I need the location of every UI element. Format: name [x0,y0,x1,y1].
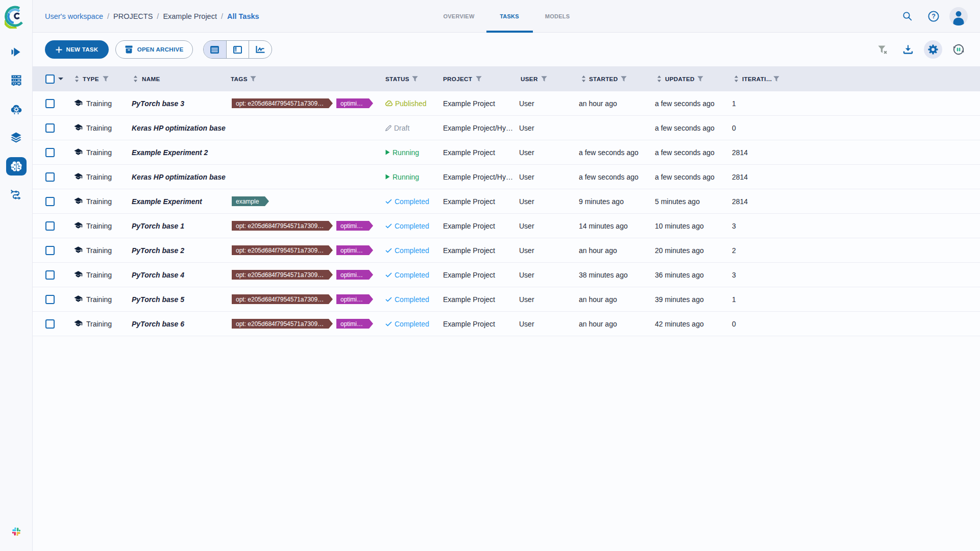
svg-text:?: ? [932,13,936,20]
